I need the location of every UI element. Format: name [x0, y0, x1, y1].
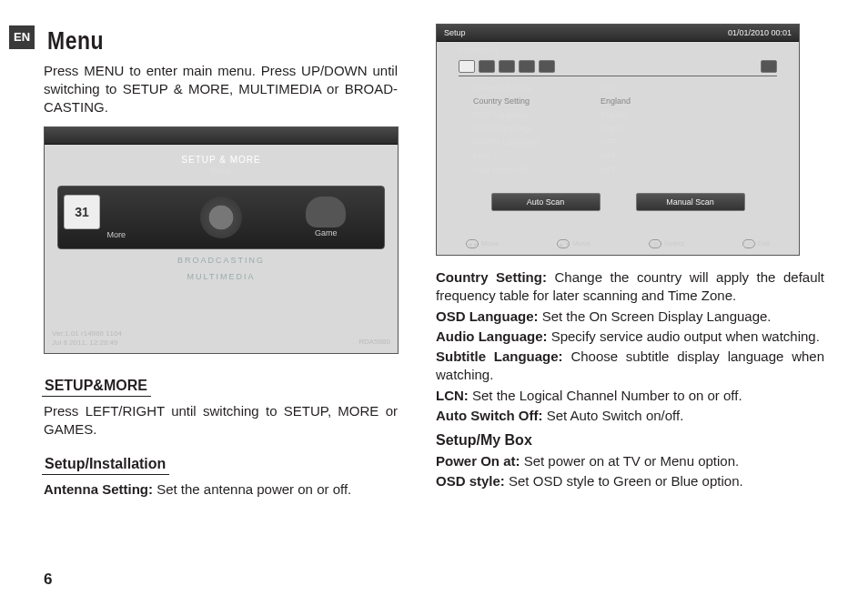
page-body: Menu Press MENU to enter main menu. Pres…	[0, 0, 868, 526]
text-setupmore: Press LEFT/RIGHT until switching to SETU…	[44, 402, 398, 439]
heading-setup-installation: Setup/Installation	[42, 454, 169, 476]
screenshot1-device: RDA5880	[358, 338, 390, 348]
text-auto-switch: Auto Switch Off: Set Auto Switch on/off.	[436, 407, 824, 425]
row-antenna[interactable]: Antenna SettingOFF	[473, 80, 762, 94]
dpad-icon: ◄►	[466, 239, 479, 248]
screenshot2-breadcrumb: Installation	[437, 42, 799, 58]
heading-setupmore: SETUP&MORE	[42, 376, 151, 398]
screenshot2-bar-right: 01/01/2010 00:01	[728, 27, 792, 38]
screenshot1-multimedia: MULTIMEDIA	[45, 271, 398, 282]
text-osd-style: OSD style: Set OSD style to Green or Blu…	[436, 472, 824, 490]
screenshot2-bar-left: Setup	[444, 27, 466, 38]
label-antenna: Antenna Setting:	[44, 481, 153, 497]
column-left: Menu Press MENU to enter main menu. Pres…	[0, 27, 398, 508]
menu-label-more: More	[106, 230, 126, 239]
screenshot1-topbar	[45, 127, 398, 145]
text-lcn: LCN: Set the Logical Channel Number to o…	[436, 387, 824, 405]
tab-icon[interactable]	[499, 60, 515, 73]
menu-item-more[interactable]: 31 More	[64, 195, 168, 240]
page-number: 6	[44, 570, 52, 591]
text-subtitle: Subtitle Language: Choose subtitle displ…	[436, 348, 824, 385]
text-antenna: Antenna Setting: Set the antenna power o…	[44, 480, 398, 499]
row-auto-switch-off[interactable]: Auto Switch offOFF	[473, 163, 762, 177]
auto-scan-button[interactable]: Auto Scan	[491, 193, 601, 211]
page-title: Menu	[47, 24, 398, 58]
gear-icon	[200, 197, 242, 238]
screenshot1-sub: Setup	[45, 166, 398, 180]
text-audio: Audio Language: Specify service audio ou…	[436, 328, 824, 346]
tab-icon[interactable]	[519, 60, 535, 73]
tab-icon[interactable]	[539, 60, 555, 73]
row-subtitle-language[interactable]: Subtitle LanguageOFF	[473, 136, 762, 149]
usb-icon[interactable]	[761, 60, 777, 73]
text-osd: OSD Language: Set the On Screen Display …	[436, 308, 824, 326]
ok-icon: OK	[649, 239, 661, 248]
dpad-icon: ▲▼	[557, 239, 570, 248]
row-audio-language[interactable]: Audio LanguageEnglish	[473, 122, 762, 136]
screenshot-installation: Setup 01/01/2010 00:01 Installation Ante…	[436, 24, 800, 256]
menu-item-setup[interactable]	[168, 197, 273, 238]
intro-text: Press MENU to enter main menu. Press UP/…	[44, 62, 398, 117]
exit-icon: EXIT	[742, 239, 755, 248]
manual-scan-button[interactable]: Manual Scan	[636, 193, 745, 211]
screenshot-main-menu: SETUP & MORE Setup 31 More Game BROADC	[44, 126, 398, 354]
text-country: Country Setting: Change the country will…	[436, 268, 824, 306]
gamepad-icon	[306, 197, 346, 227]
row-osd-language[interactable]: OSD LanguageEnglish	[473, 108, 762, 122]
language-tab: EN	[9, 25, 35, 49]
row-lcn[interactable]: LCNOFF	[473, 149, 762, 163]
screenshot1-items: 31 More Game	[57, 186, 385, 249]
tab-icon[interactable]	[459, 60, 475, 73]
screenshot1-heading: SETUP & MORE	[45, 145, 398, 167]
screenshot2-settings-list: Antenna SettingOFF Country SettingEnglan…	[473, 80, 762, 177]
screenshot2-tabs	[459, 60, 777, 76]
menu-label-game: Game	[315, 228, 338, 237]
calendar-icon: 31	[64, 195, 100, 229]
screenshot1-broadcasting: BROADCASTING	[45, 255, 398, 266]
column-right: Setup 01/01/2010 00:01 Installation Ante…	[436, 27, 824, 508]
row-country[interactable]: Country SettingEngland	[473, 94, 762, 107]
text-power-on: Power On at: Set power on at TV or Menu …	[436, 452, 824, 470]
heading-mybox: Setup/My Box	[436, 430, 824, 450]
screenshot1-version: Ver:1.01 r14986 1104 Jul 8 2011, 12:28:4…	[52, 329, 122, 347]
screenshot2-hints: ◄►Move ▲▼Move OKSelect EXITExit	[437, 239, 799, 249]
tab-icon[interactable]	[479, 60, 495, 73]
menu-item-game[interactable]: Game	[274, 197, 378, 238]
